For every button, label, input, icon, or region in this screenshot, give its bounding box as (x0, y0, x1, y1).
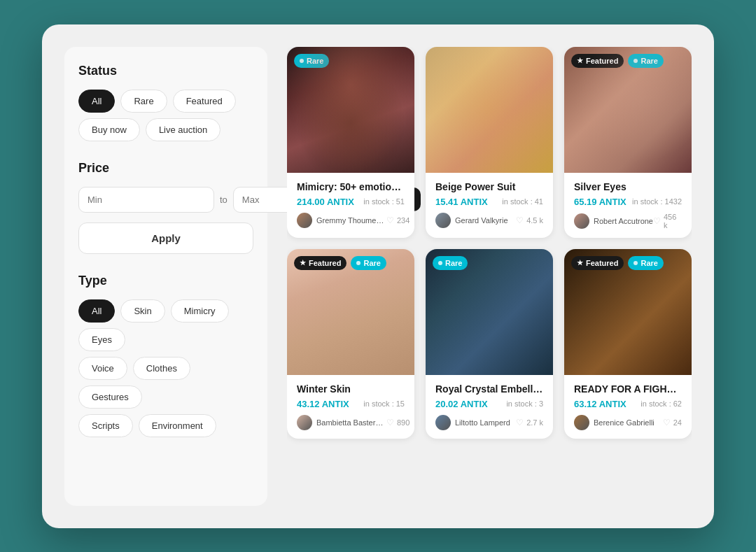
card-title: READY FOR A FIGHT SET N... (574, 383, 682, 395)
card-price: 214.00 ANTIX (297, 197, 354, 207)
card-stock: in stock : 15 (363, 399, 405, 408)
card-likes: ♡ 4.5 k (516, 215, 543, 225)
card-image: Rare (287, 47, 414, 173)
badge-rare: Rare (628, 54, 663, 68)
card-price: 65.19 ANTIX (574, 197, 626, 207)
card-author: Robert Accutrone (574, 213, 653, 229)
card-5[interactable]: Rare Royal Crystal Embellished B... 20.0… (426, 249, 553, 439)
star-icon: ★ (300, 259, 306, 267)
card-body: Beige Power Suit 15.41 ANTIX in stock : … (426, 173, 553, 236)
card-body: Royal Crystal Embellished B... 20.02 ANT… (426, 375, 553, 439)
likes-count: 24 (673, 418, 682, 427)
badge-featured: ★Featured (571, 54, 624, 68)
badge-rare: Rare (628, 256, 663, 270)
card-author: Bambietta Basterbine (297, 415, 386, 430)
badge-rare: Rare (294, 54, 329, 68)
price-separator: to (220, 194, 227, 205)
star-icon: ★ (577, 259, 583, 267)
author-name: Gremmy Thoumeaux (316, 216, 386, 225)
rare-dot (634, 59, 638, 63)
card-1[interactable]: Rare Mimicry: 50+ emotions for... 214.00… (287, 47, 414, 238)
card-body: Winter Skin 43.12 ANTIX in stock : 15 Ba… (287, 375, 414, 439)
card-stock: in stock : 3 (506, 399, 543, 408)
card-body: READY FOR A FIGHT SET N... 63.12 ANTIX i… (564, 375, 692, 439)
card-2[interactable]: Beige Power Suit 15.41 ANTIX in stock : … (426, 47, 553, 238)
card-footer: Liltotto Lamperd ♡ 2.7 k (435, 415, 543, 430)
app-container: Status All Rare Featured Buy now Live au… (42, 24, 714, 528)
status-filter-group: Status All Rare Featured Buy now Live au… (78, 64, 253, 141)
card-title: Winter Skin (297, 383, 405, 395)
author-avatar (574, 213, 589, 229)
card-3[interactable]: ★FeaturedRare Silver Eyes 65.19 ANTIX in… (564, 47, 692, 238)
card-badges: Rare (433, 256, 468, 270)
card-price: 15.41 ANTIX (435, 197, 488, 207)
card-image: ★FeaturedRare (564, 249, 692, 375)
card-image: ★FeaturedRare (564, 47, 692, 173)
type-pill-voice[interactable]: Voice (78, 357, 127, 380)
type-pill-eyes[interactable]: Eyes (78, 328, 125, 351)
price-filter-group: Price to ANTIX Apply (78, 161, 253, 254)
status-pill-live-auction[interactable]: Live auction (146, 118, 220, 141)
sidebar: Status All Rare Featured Buy now Live au… (64, 47, 267, 506)
card-title: Beige Power Suit (435, 181, 543, 192)
card-title: Mimicry: 50+ emotions for... (297, 181, 405, 192)
type-pill-clothes[interactable]: Clothes (133, 357, 190, 380)
card-price-row: 20.02 ANTIX in stock : 3 (435, 399, 543, 409)
rare-dot (438, 261, 442, 265)
type-pill-scripts[interactable]: Scripts (78, 414, 133, 437)
card-body: Mimicry: 50+ emotions for... 214.00 ANTI… (287, 173, 414, 236)
apply-button[interactable]: Apply (78, 222, 253, 254)
status-pill-rare[interactable]: Rare (120, 90, 167, 113)
heart-icon: ♡ (516, 418, 524, 427)
heart-icon: ♡ (516, 215, 524, 225)
rare-dot (300, 59, 304, 63)
type-pills-row3: Scripts Environment (78, 414, 253, 437)
card-6[interactable]: ★FeaturedRare READY FOR A FIGHT SET N...… (564, 249, 692, 439)
card-stock: in stock : 62 (640, 399, 682, 408)
type-pill-gestures[interactable]: Gestures (78, 385, 142, 409)
rare-dot (634, 261, 638, 265)
card-title: Royal Crystal Embellished B... (435, 383, 543, 395)
type-pill-skin[interactable]: Skin (120, 299, 164, 323)
price-range-row: to ANTIX (78, 187, 253, 213)
card-footer: Berenice Gabrielli ♡ 24 (574, 415, 682, 430)
likes-count: 456 k (664, 213, 682, 229)
card-badges: ★FeaturedRare (571, 256, 664, 270)
author-avatar (435, 213, 451, 228)
status-pill-featured[interactable]: Featured (173, 90, 236, 113)
card-price-row: 65.19 ANTIX in stock : 1432 (574, 197, 682, 207)
card-image: ★FeaturedRare (287, 249, 414, 375)
likes-count: 234 (397, 216, 410, 225)
status-pill-buy-now[interactable]: Buy now (78, 118, 140, 141)
likes-count: 4.5 k (526, 216, 543, 225)
type-pill-mimicry[interactable]: Mimicry (171, 299, 229, 323)
type-title: Type (78, 274, 253, 288)
heart-icon: ♡ (386, 418, 394, 427)
likes-count: 890 (397, 418, 410, 427)
type-pill-all[interactable]: All (78, 299, 115, 323)
card-body: Silver Eyes 65.19 ANTIX in stock : 1432 … (564, 173, 692, 238)
type-pills-row2: Voice Clothes Gestures (78, 357, 253, 409)
card-price-row: 15.41 ANTIX in stock : 41 (435, 197, 543, 207)
cards-grid: Rare Mimicry: 50+ emotions for... 214.00… (287, 47, 692, 439)
author-name: Robert Accutrone (594, 217, 653, 225)
card-price: 63.12 ANTIX (574, 399, 626, 409)
type-pill-environment[interactable]: Environment (139, 414, 216, 437)
heart-icon: ♡ (386, 215, 394, 225)
badge-featured: ★Featured (571, 256, 624, 270)
heart-icon: ♡ (663, 418, 671, 427)
card-likes: ♡ 24 (663, 418, 682, 427)
main-content: Rare Mimicry: 50+ emotions for... 214.00… (287, 47, 692, 506)
author-avatar (435, 415, 451, 430)
badge-featured: ★Featured (294, 256, 346, 270)
status-pills-row1: All Rare Featured (78, 90, 253, 113)
badge-rare: Rare (351, 256, 386, 270)
card-footer: Gremmy Thoumeaux ♡ 234 (297, 213, 405, 228)
price-min-input[interactable] (78, 187, 214, 213)
status-pills-row2: Buy now Live auction (78, 118, 253, 141)
status-pill-all[interactable]: All (78, 90, 115, 113)
card-4[interactable]: ★FeaturedRare Winter Skin 43.12 ANTIX in… (287, 249, 414, 439)
author-name: Berenice Gabrielli (594, 418, 654, 427)
card-footer: Gerard Valkyrie ♡ 4.5 k (435, 213, 543, 228)
card-image (426, 47, 553, 173)
